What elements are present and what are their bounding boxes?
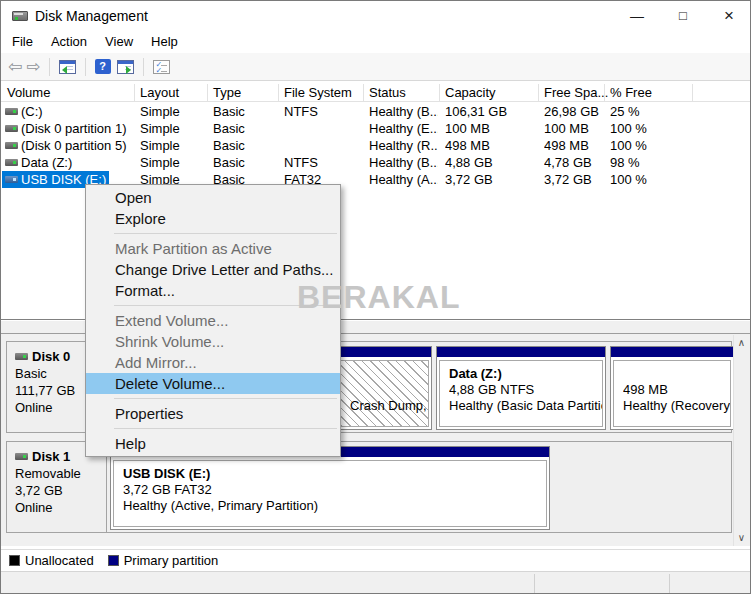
partition-data-z[interactable]: Data (Z:) 4,88 GB NTFS Healthy (Basic Da… xyxy=(436,346,606,430)
cell-volume: Data (Z:) xyxy=(21,154,133,171)
partition-usb-disk-e[interactable]: USB DISK (E:) 3,72 GB FAT32 Healthy (Act… xyxy=(110,446,550,530)
menu-separator xyxy=(86,424,340,433)
toolbar-separator xyxy=(143,58,144,76)
cell-status: Healthy (B... xyxy=(369,103,438,120)
menu-separator xyxy=(86,301,340,310)
cell-free: 26,98 GB xyxy=(544,103,603,120)
cell-pct: 100 % xyxy=(610,171,690,188)
col-header-free-space[interactable]: Free Spa... xyxy=(544,83,608,102)
disk-size: 3,72 GB xyxy=(15,482,106,499)
table-row[interactable]: (Disk 0 partition 5) Simple Basic Health… xyxy=(1,137,750,154)
menu-help[interactable]: Help xyxy=(142,31,187,53)
partition-title: Data (Z:) xyxy=(449,366,602,382)
partition-recovery[interactable]: 498 MB Healthy (Recovery Pa xyxy=(610,346,734,430)
cell-pct: 98 % xyxy=(610,154,690,171)
table-row[interactable]: (Disk 0 partition 1) Simple Basic Health… xyxy=(1,120,750,137)
table-row[interactable]: Data (Z:) Simple Basic NTFS Healthy (B..… xyxy=(1,154,750,171)
menu-view[interactable]: View xyxy=(96,31,142,53)
partition-size-fs: 4,88 GB NTFS xyxy=(449,382,602,398)
menu-item-delete-volume[interactable]: Delete Volume... xyxy=(86,373,340,394)
maximize-button[interactable]: □ xyxy=(660,1,706,31)
disk-name: Disk 1 xyxy=(32,449,70,464)
cell-capacity: 100 MB xyxy=(445,120,537,137)
partition-status-text: Crash Dump, Ba xyxy=(350,398,428,414)
cell-capacity: 3,72 GB xyxy=(445,171,537,188)
help-icon[interactable]: ? xyxy=(95,59,111,74)
volume-icon xyxy=(5,125,18,132)
cell-fs xyxy=(284,120,362,137)
cell-free: 4,78 GB xyxy=(544,154,603,171)
show-console-tree-icon[interactable] xyxy=(59,60,76,74)
menu-file[interactable]: File xyxy=(3,31,42,53)
cell-status: Healthy (R... xyxy=(369,137,438,154)
cell-layout: Simple xyxy=(140,120,206,137)
cell-free: 498 MB xyxy=(544,137,603,154)
cell-layout: Simple xyxy=(140,154,206,171)
col-header-status[interactable]: Status xyxy=(369,83,406,102)
disk-icon xyxy=(15,453,28,460)
back-icon[interactable]: ⇦ xyxy=(8,57,22,77)
menu-item-explore[interactable]: Explore xyxy=(86,208,340,229)
menu-item-open[interactable]: Open xyxy=(86,187,340,208)
menu-item-shrink-volume: Shrink Volume... xyxy=(86,331,340,352)
disk-status: Online xyxy=(15,499,106,516)
cell-fs: NTFS xyxy=(284,154,362,171)
partition-size-fs: 498 MB xyxy=(623,382,730,398)
col-header-pct-free[interactable]: % Free xyxy=(610,83,652,102)
partition-size-fs: 3,72 GB FAT32 xyxy=(123,482,546,498)
menu-item-format[interactable]: Format... xyxy=(86,280,340,301)
cell-pct: 25 % xyxy=(610,103,690,120)
legend-label-primary: Primary partition xyxy=(124,553,219,568)
standard-view-icon[interactable]: ✓✓ xyxy=(153,60,170,74)
partition-title: USB DISK (E:) xyxy=(123,466,546,482)
unallocated-swatch xyxy=(9,555,20,566)
col-header-type[interactable]: Type xyxy=(213,83,241,102)
menu-item-help[interactable]: Help xyxy=(86,433,340,454)
cell-layout: Simple xyxy=(140,137,206,154)
col-header-capacity[interactable]: Capacity xyxy=(445,83,496,102)
volume-icon xyxy=(5,159,18,166)
menu-item-add-mirror: Add Mirror... xyxy=(86,352,340,373)
window-title: Disk Management xyxy=(35,1,148,31)
cell-free: 100 MB xyxy=(544,120,603,137)
cell-capacity: 106,31 GB xyxy=(445,103,537,120)
toolbar: ⇦ ⇨ ? ✓✓ xyxy=(1,53,750,81)
context-menu: Open Explore Mark Partition as Active Ch… xyxy=(85,184,341,457)
forward-icon[interactable]: ⇨ xyxy=(26,57,40,77)
scroll-up-icon[interactable]: ∧ xyxy=(734,335,749,351)
col-header-file-system[interactable]: File System xyxy=(284,83,352,102)
partition-status-text: Healthy (Basic Data Partition) xyxy=(449,398,602,414)
disk-icon xyxy=(15,353,28,360)
cell-type: Basic xyxy=(213,154,277,171)
cell-capacity: 4,88 GB xyxy=(445,154,537,171)
cell-volume: (Disk 0 partition 5) xyxy=(21,137,133,154)
cell-type: Basic xyxy=(213,120,277,137)
vertical-scrollbar[interactable]: ∧ ∨ xyxy=(733,335,748,546)
table-row[interactable]: (C:) Simple Basic NTFS Healthy (B... 106… xyxy=(1,103,750,120)
cell-status: Healthy (A... xyxy=(369,171,438,188)
close-button[interactable]: × xyxy=(706,1,751,31)
cell-volume: (C:) xyxy=(21,103,133,120)
menu-separator xyxy=(86,229,340,238)
status-bar xyxy=(1,571,750,594)
legend-bar: Unallocated Primary partition xyxy=(1,549,750,571)
partition-status-text: Healthy (Active, Primary Partition) xyxy=(123,498,546,514)
primary-partition-bar xyxy=(611,347,733,358)
menu-item-properties[interactable]: Properties xyxy=(86,403,340,424)
show-action-pane-icon[interactable] xyxy=(117,60,134,74)
volume-icon xyxy=(5,108,18,115)
cell-pct: 100 % xyxy=(610,137,690,154)
col-header-volume[interactable]: Volume xyxy=(7,83,50,102)
minimize-button[interactable]: — xyxy=(614,1,660,31)
scroll-down-icon[interactable]: ∨ xyxy=(734,530,749,546)
legend-label-unallocated: Unallocated xyxy=(25,553,94,568)
menu-item-change-drive-letter[interactable]: Change Drive Letter and Paths... xyxy=(86,259,340,280)
col-header-layout[interactable]: Layout xyxy=(140,83,179,102)
app-disk-icon xyxy=(12,9,28,23)
cell-status: Healthy (E... xyxy=(369,120,438,137)
volume-icon xyxy=(5,176,18,183)
disk-management-window: Disk Management — □ × File Action View H… xyxy=(0,0,751,594)
menu-action[interactable]: Action xyxy=(42,31,96,53)
toolbar-separator xyxy=(85,58,86,76)
partition-status-text: Healthy (Recovery Pa xyxy=(623,398,730,414)
